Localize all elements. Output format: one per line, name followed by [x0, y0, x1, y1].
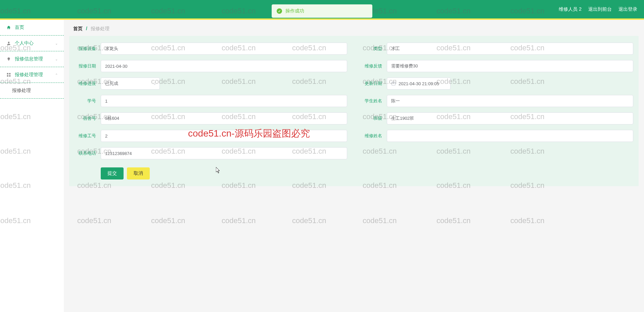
sidebar-item-label: 报修处理: [12, 88, 31, 94]
label-workername: 维修姓名: [361, 133, 382, 139]
input-device[interactable]: [101, 43, 347, 55]
field-feedback: 维修反馈: [361, 60, 633, 72]
svg-rect-2: [8, 60, 9, 60]
field-device: 报修设备: [75, 43, 347, 55]
success-toast: ✓ 操作成功: [272, 4, 372, 18]
field-type: 类型: [361, 43, 633, 55]
calendar-icon: [391, 81, 396, 86]
layout: 首页 个人中心 ⌄ 报修信息管理 ⌄ 报修处理管理 ⌃ 报修处理: [0, 20, 644, 312]
label-studentno: 学号: [75, 98, 96, 104]
form-grid: 报修设备 类型 报修日期 维修反馈 维修进度: [75, 43, 633, 179]
breadcrumb-current: 报修处理: [91, 26, 109, 31]
input-studentname[interactable]: [387, 95, 633, 107]
field-update: 更新日期 2021-04-30 21:09:05: [361, 77, 633, 90]
cancel-button[interactable]: 取消: [127, 167, 150, 179]
success-icon: ✓: [277, 8, 282, 14]
chevron-down-icon: ⌄: [153, 82, 156, 86]
bulb-icon: [6, 56, 11, 62]
breadcrumb-home[interactable]: 首页: [73, 26, 83, 31]
chevron-up-icon: ⌃: [55, 73, 58, 77]
svg-rect-5: [7, 75, 8, 76]
label-dorm: 宿舍号: [75, 115, 96, 121]
sidebar-item-repair-process[interactable]: 报修处理管理 ⌃: [0, 67, 64, 83]
user-label[interactable]: 维修人员 2: [559, 6, 582, 12]
svg-point-0: [8, 42, 10, 43]
input-workername[interactable]: [387, 130, 633, 142]
label-progress: 维修进度: [75, 81, 96, 87]
user-icon: [6, 41, 11, 46]
label-device: 报修设备: [75, 46, 96, 52]
sidebar-item-label: 个人中心: [15, 40, 34, 46]
top-header: 维修人员 2 退出到前台 退出登录 ✓ 操作成功: [0, 0, 644, 18]
field-dorm: 宿舍号: [75, 112, 347, 124]
field-progress: 维修进度 已完成 ⌄: [75, 77, 347, 90]
breadcrumb: 首页 / 报修处理: [64, 20, 644, 36]
input-studentno[interactable]: [101, 95, 347, 107]
sidebar-item-home[interactable]: 首页: [0, 20, 64, 36]
logout-link[interactable]: 退出登录: [618, 6, 637, 12]
input-date[interactable]: [101, 60, 347, 72]
sidebar: 首页 个人中心 ⌄ 报修信息管理 ⌄ 报修处理管理 ⌃ 报修处理: [0, 20, 64, 312]
home-icon: [6, 25, 11, 30]
sidebar-item-label: 报修处理管理: [15, 72, 43, 78]
input-phone[interactable]: [101, 147, 347, 159]
field-date: 报修日期: [75, 60, 347, 72]
sidebar-item-personal[interactable]: 个人中心 ⌄: [0, 36, 64, 51]
sidebar-item-repair-info[interactable]: 报修信息管理 ⌄: [0, 51, 64, 67]
chevron-down-icon: ⌄: [55, 57, 58, 61]
label-feedback: 维修反馈: [361, 63, 382, 69]
input-dorm[interactable]: [101, 112, 347, 124]
label-date: 报修日期: [75, 63, 96, 69]
label-update: 更新日期: [361, 81, 382, 87]
sidebar-item-label: 报修信息管理: [15, 56, 43, 62]
svg-rect-7: [392, 82, 396, 85]
label-phone: 联系电话: [75, 150, 96, 156]
input-type[interactable]: [387, 43, 633, 55]
input-update[interactable]: 2021-04-30 21:09:05: [387, 77, 451, 90]
field-studentname: 学生姓名: [361, 95, 633, 107]
svg-point-1: [8, 57, 10, 60]
form-card: 报修设备 类型 报修日期 维修反馈 维修进度: [69, 36, 639, 186]
field-phone: 联系电话: [75, 147, 347, 159]
svg-rect-3: [7, 73, 8, 74]
submit-button[interactable]: 提交: [101, 167, 124, 179]
label-type: 类型: [361, 46, 382, 52]
breadcrumb-separator: /: [86, 26, 87, 31]
header-right: 维修人员 2 退出到前台 退出登录: [559, 6, 637, 12]
input-update-value: 2021-04-30 21:09:05: [399, 81, 439, 86]
svg-rect-4: [9, 73, 10, 74]
button-row: 提交 取消: [75, 167, 633, 179]
label-studentname: 学生姓名: [361, 98, 382, 104]
exit-front-link[interactable]: 退出到前台: [588, 6, 612, 12]
content: 首页 / 报修处理 报修设备 类型 报修日期 维修反馈: [64, 20, 644, 312]
label-class: 班级: [361, 115, 382, 121]
label-workerno: 维修工号: [75, 133, 96, 139]
field-workername: 维修姓名: [361, 130, 633, 142]
field-workerno: 维修工号: [75, 130, 347, 142]
field-class: 班级: [361, 112, 633, 124]
select-progress-value: 已完成: [105, 81, 118, 87]
svg-rect-6: [9, 75, 10, 76]
chevron-down-icon: ⌄: [55, 42, 58, 45]
sidebar-item-label: 首页: [15, 24, 24, 31]
field-studentno: 学号: [75, 95, 347, 107]
select-progress[interactable]: 已完成 ⌄: [101, 77, 160, 90]
sidebar-item-repair-process-sub[interactable]: 报修处理: [0, 83, 64, 99]
input-feedback[interactable]: [387, 60, 633, 72]
input-class[interactable]: [387, 112, 633, 124]
toast-text: 操作成功: [285, 8, 304, 14]
grid-icon: [6, 72, 11, 77]
input-workerno[interactable]: [101, 130, 347, 142]
